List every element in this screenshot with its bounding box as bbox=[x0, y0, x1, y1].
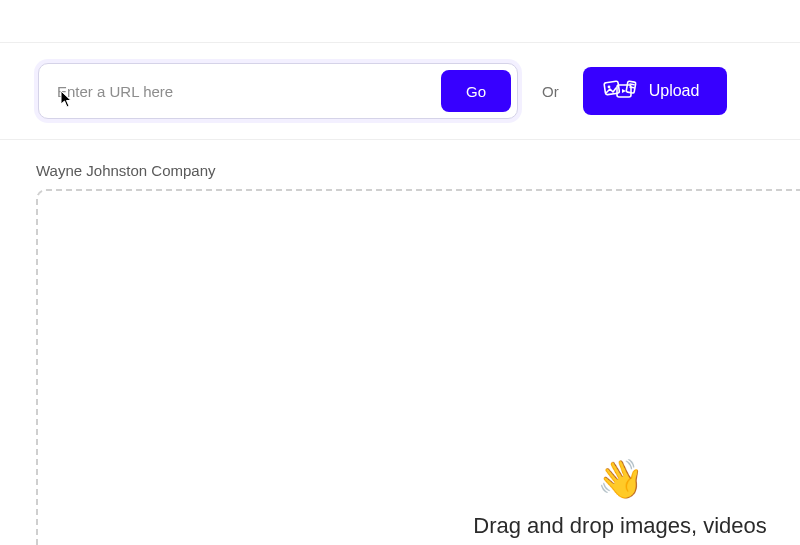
svg-marker-3 bbox=[622, 89, 626, 93]
upload-button[interactable]: Upload bbox=[583, 67, 728, 115]
upload-button-label: Upload bbox=[649, 82, 700, 100]
svg-point-1 bbox=[607, 86, 610, 89]
company-name-label: Wayne Johnston Company bbox=[0, 140, 800, 189]
svg-line-6 bbox=[630, 87, 634, 88]
wave-hand-icon: 👋 bbox=[597, 457, 644, 501]
url-input-container[interactable]: Go bbox=[38, 63, 518, 119]
url-bar-row: Go Or Upload bbox=[0, 43, 800, 139]
or-label: Or bbox=[542, 83, 559, 100]
go-button[interactable]: Go bbox=[441, 70, 511, 112]
top-spacer bbox=[0, 0, 800, 42]
dropzone[interactable]: 👋 Drag and drop images, videos bbox=[36, 189, 800, 545]
dropzone-text: Drag and drop images, videos bbox=[440, 513, 800, 539]
svg-line-5 bbox=[630, 84, 634, 85]
dropzone-content: 👋 Drag and drop images, videos bbox=[440, 457, 800, 539]
media-upload-icon bbox=[603, 79, 637, 103]
dropzone-wrap: 👋 Drag and drop images, videos bbox=[0, 189, 800, 545]
url-input[interactable] bbox=[57, 83, 441, 100]
